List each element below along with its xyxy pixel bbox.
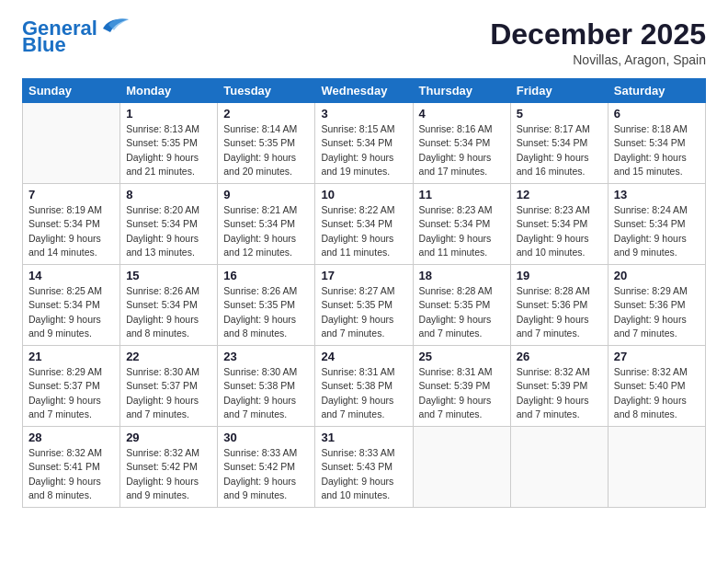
day-content: Sunrise: 8:31 AM Sunset: 5:39 PM Dayligh… [419,365,505,421]
day-number: 27 [614,350,700,363]
day-content: Sunrise: 8:16 AM Sunset: 5:34 PM Dayligh… [419,122,505,178]
day-content: Sunrise: 8:27 AM Sunset: 5:35 PM Dayligh… [321,284,406,340]
calendar-cell: 18Sunrise: 8:28 AM Sunset: 5:35 PM Dayli… [413,265,510,346]
calendar-header-monday: Monday [120,79,218,103]
day-number: 16 [223,269,309,282]
month-title: December 2025 [490,18,706,51]
day-content: Sunrise: 8:28 AM Sunset: 5:35 PM Dayligh… [419,284,505,340]
day-content: Sunrise: 8:29 AM Sunset: 5:36 PM Dayligh… [614,284,700,340]
calendar-cell: 24Sunrise: 8:31 AM Sunset: 5:38 PM Dayli… [315,346,413,427]
day-content: Sunrise: 8:32 AM Sunset: 5:40 PM Dayligh… [614,365,700,421]
title-block: December 2025 Novillas, Aragon, Spain [490,18,706,67]
day-number: 4 [419,107,505,121]
calendar-header-friday: Friday [510,79,608,103]
calendar-cell: 23Sunrise: 8:30 AM Sunset: 5:38 PM Dayli… [218,346,315,427]
calendar-cell: 4Sunrise: 8:16 AM Sunset: 5:34 PM Daylig… [413,103,510,184]
calendar-cell [608,427,705,508]
calendar-cell: 19Sunrise: 8:28 AM Sunset: 5:36 PM Dayli… [510,265,608,346]
day-content: Sunrise: 8:25 AM Sunset: 5:34 PM Dayligh… [28,284,114,340]
day-content: Sunrise: 8:32 AM Sunset: 5:41 PM Dayligh… [28,446,114,502]
day-content: Sunrise: 8:29 AM Sunset: 5:37 PM Dayligh… [28,365,114,421]
calendar-cell: 31Sunrise: 8:33 AM Sunset: 5:43 PM Dayli… [315,427,413,508]
calendar-cell: 6Sunrise: 8:18 AM Sunset: 5:34 PM Daylig… [608,103,705,184]
day-content: Sunrise: 8:32 AM Sunset: 5:39 PM Dayligh… [517,365,602,421]
calendar-header-tuesday: Tuesday [218,79,315,103]
day-number: 21 [28,350,114,363]
calendar-cell: 20Sunrise: 8:29 AM Sunset: 5:36 PM Dayli… [608,265,705,346]
day-content: Sunrise: 8:30 AM Sunset: 5:38 PM Dayligh… [223,365,309,421]
day-number: 2 [223,107,309,121]
day-number: 19 [517,269,602,282]
calendar-week-row: 28Sunrise: 8:32 AM Sunset: 5:41 PM Dayli… [23,427,706,508]
calendar-cell: 11Sunrise: 8:23 AM Sunset: 5:34 PM Dayli… [413,184,510,265]
calendar-cell: 22Sunrise: 8:30 AM Sunset: 5:37 PM Dayli… [120,346,218,427]
day-number: 11 [419,188,505,201]
calendar-cell: 21Sunrise: 8:29 AM Sunset: 5:37 PM Dayli… [23,346,120,427]
calendar-header-sunday: Sunday [23,79,120,103]
day-number: 31 [321,431,406,444]
calendar-cell: 28Sunrise: 8:32 AM Sunset: 5:41 PM Dayli… [23,427,120,508]
calendar-header-saturday: Saturday [608,79,705,103]
day-content: Sunrise: 8:17 AM Sunset: 5:34 PM Dayligh… [517,122,602,178]
calendar-cell [23,103,120,184]
day-content: Sunrise: 8:19 AM Sunset: 5:34 PM Dayligh… [28,203,114,259]
calendar-cell: 15Sunrise: 8:26 AM Sunset: 5:34 PM Dayli… [120,265,218,346]
calendar-cell [510,427,608,508]
day-number: 23 [223,350,309,363]
day-content: Sunrise: 8:20 AM Sunset: 5:34 PM Dayligh… [126,203,211,259]
day-content: Sunrise: 8:22 AM Sunset: 5:34 PM Dayligh… [321,203,406,259]
day-number: 24 [321,350,406,363]
calendar-header-row: SundayMondayTuesdayWednesdayThursdayFrid… [23,79,706,103]
day-number: 9 [223,188,309,201]
day-content: Sunrise: 8:32 AM Sunset: 5:42 PM Dayligh… [126,446,211,502]
day-content: Sunrise: 8:24 AM Sunset: 5:34 PM Dayligh… [614,203,700,259]
calendar-cell: 16Sunrise: 8:26 AM Sunset: 5:35 PM Dayli… [218,265,315,346]
header: General Blue December 2025 Novillas, Ara… [22,18,706,67]
day-number: 6 [614,107,700,121]
day-number: 8 [126,188,211,201]
day-number: 20 [614,269,700,282]
calendar-table: SundayMondayTuesdayWednesdayThursdayFrid… [22,78,706,508]
calendar-week-row: 1Sunrise: 8:13 AM Sunset: 5:35 PM Daylig… [23,103,706,184]
logo-text2: Blue [22,35,66,55]
day-number: 26 [517,350,602,363]
day-number: 28 [28,431,114,444]
day-number: 10 [321,188,406,201]
calendar-cell: 3Sunrise: 8:15 AM Sunset: 5:34 PM Daylig… [315,103,413,184]
page: General Blue December 2025 Novillas, Ara… [0,0,728,563]
calendar-week-row: 14Sunrise: 8:25 AM Sunset: 5:34 PM Dayli… [23,265,706,346]
calendar-cell: 26Sunrise: 8:32 AM Sunset: 5:39 PM Dayli… [510,346,608,427]
calendar-cell: 10Sunrise: 8:22 AM Sunset: 5:34 PM Dayli… [315,184,413,265]
calendar-cell: 25Sunrise: 8:31 AM Sunset: 5:39 PM Dayli… [413,346,510,427]
calendar-cell: 7Sunrise: 8:19 AM Sunset: 5:34 PM Daylig… [23,184,120,265]
day-number: 30 [223,431,309,444]
day-content: Sunrise: 8:18 AM Sunset: 5:34 PM Dayligh… [614,122,700,178]
day-number: 3 [321,107,406,121]
calendar-cell: 12Sunrise: 8:23 AM Sunset: 5:34 PM Dayli… [510,184,608,265]
day-number: 15 [126,269,211,282]
day-content: Sunrise: 8:21 AM Sunset: 5:34 PM Dayligh… [223,203,309,259]
day-content: Sunrise: 8:33 AM Sunset: 5:43 PM Dayligh… [321,446,406,502]
day-number: 29 [126,431,211,444]
day-content: Sunrise: 8:15 AM Sunset: 5:34 PM Dayligh… [321,122,406,178]
calendar-cell: 27Sunrise: 8:32 AM Sunset: 5:40 PM Dayli… [608,346,705,427]
calendar-week-row: 7Sunrise: 8:19 AM Sunset: 5:34 PM Daylig… [23,184,706,265]
calendar-cell: 1Sunrise: 8:13 AM Sunset: 5:35 PM Daylig… [120,103,218,184]
calendar-cell: 8Sunrise: 8:20 AM Sunset: 5:34 PM Daylig… [120,184,218,265]
day-content: Sunrise: 8:30 AM Sunset: 5:37 PM Dayligh… [126,365,211,421]
calendar-cell: 5Sunrise: 8:17 AM Sunset: 5:34 PM Daylig… [510,103,608,184]
day-content: Sunrise: 8:26 AM Sunset: 5:35 PM Dayligh… [223,284,309,340]
calendar-cell: 2Sunrise: 8:14 AM Sunset: 5:35 PM Daylig… [218,103,315,184]
calendar-week-row: 21Sunrise: 8:29 AM Sunset: 5:37 PM Dayli… [23,346,706,427]
day-content: Sunrise: 8:23 AM Sunset: 5:34 PM Dayligh… [419,203,505,259]
day-content: Sunrise: 8:26 AM Sunset: 5:34 PM Dayligh… [126,284,211,340]
calendar-cell: 29Sunrise: 8:32 AM Sunset: 5:42 PM Dayli… [120,427,218,508]
day-number: 25 [419,350,505,363]
day-content: Sunrise: 8:28 AM Sunset: 5:36 PM Dayligh… [517,284,602,340]
day-content: Sunrise: 8:33 AM Sunset: 5:42 PM Dayligh… [223,446,309,502]
calendar-cell: 30Sunrise: 8:33 AM Sunset: 5:42 PM Dayli… [218,427,315,508]
day-content: Sunrise: 8:14 AM Sunset: 5:35 PM Dayligh… [223,122,309,178]
day-number: 17 [321,269,406,282]
calendar-cell: 13Sunrise: 8:24 AM Sunset: 5:34 PM Dayli… [608,184,705,265]
day-number: 13 [614,188,700,201]
